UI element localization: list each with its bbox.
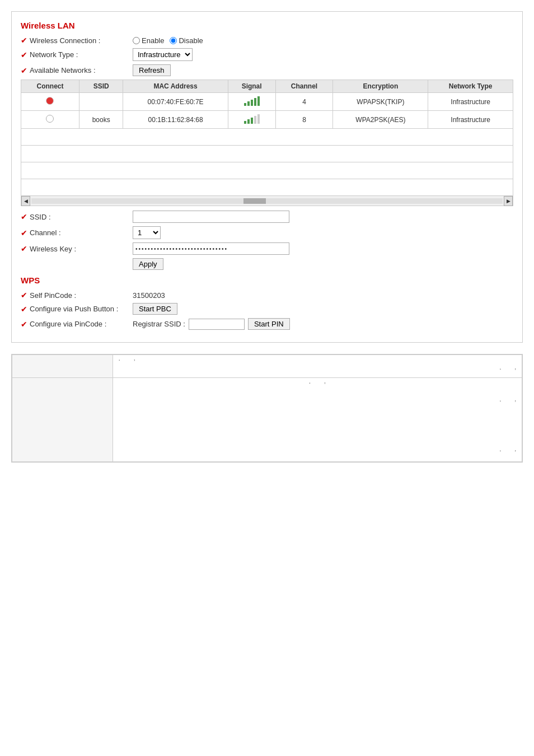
lower-content-line1: ‘ ’ [119, 358, 516, 365]
check-icon-pin: ✔ [21, 291, 27, 300]
radio-filled [46, 97, 54, 105]
enable-radio[interactable] [133, 37, 140, 44]
bar4 [254, 98, 256, 106]
refresh-button[interactable]: Refresh [133, 64, 171, 76]
connection-radio-group: Enable Disable [133, 36, 203, 45]
check-icon-network: ✔ [21, 50, 27, 59]
lower-label-1 [12, 355, 113, 378]
channel-cell: 4 [275, 93, 333, 111]
mac-cell: 00:1B:11:62:84:68 [123, 111, 228, 129]
wireless-connection-label: ✔ Wireless Connection : [21, 36, 133, 45]
check-icon-connection: ✔ [21, 36, 27, 45]
connect-cell [21, 93, 79, 111]
col-channel: Channel [275, 80, 333, 93]
lower-label-2 [12, 378, 113, 462]
lower-content-2: ‘ ’ ‘ ’ ‘ ’ [113, 378, 522, 462]
enable-radio-label[interactable]: Enable [133, 36, 164, 45]
wps-section: WPS ✔ Self PinCode : 31500203 ✔ Configur… [21, 276, 513, 330]
table-row[interactable]: 00:07:40:FE:60:7E 4 WPAPSK(TKIP) Infrast… [21, 93, 513, 111]
encryption-cell: WPAPSK(TKIP) [333, 93, 428, 111]
check-icon-pincode: ✔ [21, 320, 27, 329]
start-pbc-button[interactable]: Start PBC [133, 303, 177, 315]
apply-row: Apply [21, 258, 513, 270]
network-type-cell: Infrastructure [428, 111, 513, 129]
wireless-lan-title: Wireless LAN [21, 21, 513, 30]
col-ssid: SSID [79, 80, 123, 93]
table-row-empty [21, 162, 513, 179]
radio-empty [46, 115, 54, 123]
signal-cell [228, 111, 275, 129]
check-icon-key: ✔ [21, 244, 27, 253]
wireless-lan-panel: Wireless LAN ✔ Wireless Connection : Ena… [11, 11, 523, 343]
scroll-track[interactable] [31, 198, 503, 204]
check-icon-available: ✔ [21, 66, 27, 75]
horizontal-scrollbar[interactable]: ◀ ▶ [21, 196, 513, 206]
lower-row-1: ‘ ’ ‘ ’ [12, 355, 522, 378]
wireless-key-input[interactable] [133, 242, 289, 255]
table-row[interactable]: books 00:1B:11:62:84:68 8 WPA2PSK(AES) I… [21, 111, 513, 129]
lower-table: ‘ ’ ‘ ’ ‘ ’ ‘ ’ ‘ ’ [12, 354, 522, 462]
network-type-cell: Infrastructure [428, 93, 513, 111]
table-row-empty [21, 146, 513, 162]
network-table: Connect SSID MAC Address Signal Channel … [21, 80, 513, 196]
disable-radio-label[interactable]: Disable [170, 36, 203, 45]
lower-content-line4: ‘ ’ [119, 399, 516, 406]
check-icon-ssid: ✔ [21, 212, 27, 221]
bar1 [244, 103, 246, 106]
connect-cell [21, 111, 79, 129]
available-networks-row: ✔ Available Networks : Refresh [21, 64, 513, 76]
lower-content-1: ‘ ’ ‘ ’ [113, 355, 522, 378]
wireless-connection-row: ✔ Wireless Connection : Enable Disable [21, 36, 513, 45]
scroll-right-button[interactable]: ▶ [504, 196, 513, 206]
col-encryption: Encryption [333, 80, 428, 93]
ssid-label: ✔ SSID : [21, 212, 133, 221]
available-networks-label: ✔ Available Networks : [21, 66, 133, 75]
check-icon-push: ✔ [21, 305, 27, 314]
self-pincode-value: 31500203 [133, 291, 165, 300]
lower-row-2: ‘ ’ ‘ ’ ‘ ’ [12, 378, 522, 462]
lower-content-line3: ‘ ’ [119, 381, 516, 388]
network-type-select[interactable]: Infrastructure Ad-Hoc [133, 48, 193, 61]
encryption-cell: WPA2PSK(AES) [333, 111, 428, 129]
start-pin-button[interactable]: Start PIN [248, 318, 290, 330]
apply-button[interactable]: Apply [133, 258, 163, 270]
ssid-input[interactable] [133, 211, 289, 223]
col-signal: Signal [228, 80, 275, 93]
lower-content-line5: ‘ ’ [500, 449, 516, 456]
network-type-label: ✔ Network Type : [21, 50, 133, 59]
self-pincode-row: ✔ Self PinCode : 31500203 [21, 291, 513, 300]
wireless-key-label: ✔ Wireless Key : [21, 244, 133, 253]
check-icon-channel: ✔ [21, 228, 27, 237]
configure-push-label: ✔ Configure via Push Button : [21, 305, 133, 314]
col-network-type: Network Type [428, 80, 513, 93]
registrar-ssid-input[interactable] [189, 319, 245, 330]
lower-content-line2: ‘ ’ [119, 367, 516, 374]
channel-label: ✔ Channel : [21, 228, 133, 237]
col-connect: Connect [21, 80, 79, 93]
table-row-empty [21, 179, 513, 196]
col-mac: MAC Address [123, 80, 228, 93]
registrar-label: Registrar SSID : [133, 320, 185, 328]
bar5 [257, 96, 260, 106]
self-pincode-label: ✔ Self PinCode : [21, 291, 133, 300]
scroll-thumb[interactable] [243, 198, 266, 204]
ssid-row: ✔ SSID : [21, 211, 513, 223]
channel-select[interactable]: 1234 5678 91011 [133, 226, 161, 239]
configure-push-row: ✔ Configure via Push Button : Start PBC [21, 303, 513, 315]
bar2 [247, 101, 250, 106]
bar3 [251, 100, 253, 106]
configure-pin-row: ✔ Configure via PinCode : Registrar SSID… [21, 318, 513, 330]
channel-row: ✔ Channel : 1234 5678 91011 [21, 226, 513, 239]
configure-pin-label: ✔ Configure via PinCode : [21, 320, 133, 329]
lower-panel: ‘ ’ ‘ ’ ‘ ’ ‘ ’ ‘ ’ [11, 354, 523, 463]
mac-cell: 00:07:40:FE:60:7E [123, 93, 228, 111]
signal-cell [228, 93, 275, 111]
wps-title: WPS [21, 276, 513, 285]
ssid-cell: books [79, 111, 123, 129]
scroll-left-button[interactable]: ◀ [21, 196, 30, 206]
wireless-key-row: ✔ Wireless Key : [21, 242, 513, 255]
bar5 [257, 114, 260, 124]
signal-bars-strong [244, 96, 260, 106]
bar1 [244, 121, 246, 124]
disable-radio[interactable] [170, 37, 177, 44]
